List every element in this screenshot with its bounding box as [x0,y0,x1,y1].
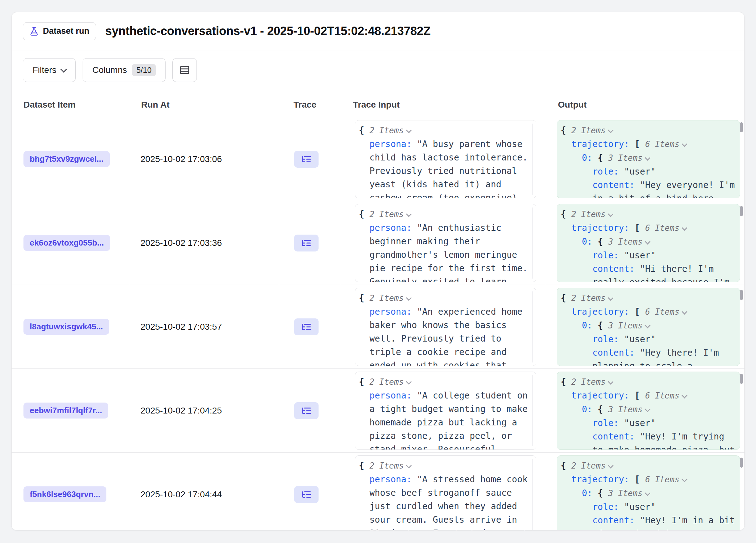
scrollbar-thumb[interactable] [740,206,743,216]
json-line: trajectory: [ 6 Items [561,221,736,235]
run-at-cell: 2025-10-02 17:04:25 [129,369,279,452]
json-line: persona: "An enthusiastic beginner makin… [359,221,532,282]
items-count-toggle[interactable]: 3 Items [608,237,643,247]
items-count-toggle[interactable]: 2 Items [370,126,404,135]
dataset-item-link[interactable]: bhg7t5xv9zgwcel... [23,151,110,167]
trace-button[interactable] [294,151,319,168]
json-line: 0: { 3 Items [561,151,736,165]
trace-input-cell: { 2 Items persona: "An enthusiastic begi… [341,201,546,284]
chevron-down-icon[interactable] [645,322,651,328]
trace-button[interactable] [294,318,319,335]
scrollbar-thumb[interactable] [740,290,743,300]
filters-button[interactable]: Filters [23,58,76,82]
json-key: trajectory: [571,306,629,317]
output-json-viewer[interactable]: { 2 Items trajectory: [ 6 Items 0: { 3 I… [557,455,740,530]
json-key: 0: [582,237,592,247]
chevron-down-icon[interactable] [608,463,614,468]
items-count-toggle[interactable]: 6 Items [645,223,680,233]
items-count-toggle[interactable]: 6 Items [645,475,680,484]
chevron-down-icon[interactable] [406,379,412,384]
chevron-down-icon[interactable] [608,295,614,300]
chevron-down-icon[interactable] [682,476,687,482]
scrollbar-thumb[interactable] [740,458,743,468]
json-line: 0: { 3 Items [561,319,736,332]
columns-button[interactable]: Columns 5/10 [83,58,166,82]
json-key: 0: [582,488,592,498]
chevron-down-icon[interactable] [406,463,412,468]
trace-button[interactable] [294,486,319,503]
json-key: role: [592,334,619,344]
trace-input-cell: { 2 Items persona: "A busy parent whose … [341,117,546,201]
chevron-down-icon[interactable] [608,379,614,384]
trace-input-json-viewer[interactable]: { 2 Items persona: "A college student on… [355,371,536,450]
chevron-down-icon[interactable] [682,309,687,314]
scrollbar-thumb[interactable] [740,122,743,132]
items-count-toggle[interactable]: 2 Items [370,461,404,470]
chevron-down-icon[interactable] [608,211,614,217]
items-count-toggle[interactable]: 3 Items [608,321,643,330]
json-line: 0: { 3 Items [561,235,736,249]
items-count-toggle[interactable]: 3 Items [608,489,643,498]
json-key: 0: [582,320,592,330]
open-bracket: [ [635,306,640,317]
dataset-item-cell: f5nk6lse963qrvn... [12,453,129,530]
chevron-down-icon[interactable] [645,155,651,161]
chevron-down-icon[interactable] [645,406,651,412]
json-line: { 2 Items [561,291,736,305]
json-line: content: "Hey there! I'm planning to sca… [561,346,736,366]
chevron-down-icon[interactable] [682,141,687,147]
chevron-down-icon[interactable] [645,239,651,244]
trace-input-json-viewer[interactable]: { 2 Items persona: "A stressed home cook… [355,455,536,530]
scrollbar-thumb[interactable] [740,374,743,384]
items-count-toggle[interactable]: 2 Items [571,126,606,135]
chevron-down-icon[interactable] [406,211,412,217]
output-json-viewer[interactable]: { 2 Items trajectory: [ 6 Items 0: { 3 I… [557,288,740,366]
dataset-item-link[interactable]: ek6oz6vtoxg055b... [23,235,110,251]
table-rows-icon [179,64,190,76]
chevron-down-icon[interactable] [682,392,687,398]
chevron-down-icon[interactable] [682,225,687,231]
dataset-item-link[interactable]: eebwi7mfil7lqlf7r... [23,402,108,418]
items-count-toggle[interactable]: 2 Items [571,461,606,470]
items-count-toggle[interactable]: 2 Items [571,210,606,219]
output-json-viewer[interactable]: { 2 Items trajectory: [ 6 Items 0: { 3 I… [557,204,740,282]
trace-button[interactable] [294,402,319,419]
chevron-down-icon[interactable] [406,127,412,133]
output-json-viewer[interactable]: { 2 Items trajectory: [ 6 Items 0: { 3 I… [557,120,740,198]
items-count-toggle[interactable]: 3 Items [608,153,643,163]
items-count-toggle[interactable]: 6 Items [645,391,680,400]
json-key: trajectory: [571,474,629,484]
output-json-viewer[interactable]: { 2 Items trajectory: [ 6 Items 0: { 3 I… [557,371,740,450]
items-count-toggle[interactable]: 3 Items [608,405,643,414]
chevron-down-icon[interactable] [608,127,614,133]
dataset-item-cell: bhg7t5xv9zgwcel... [12,117,129,201]
dataset-item-link[interactable]: f5nk6lse963qrvn... [23,486,106,502]
items-count-toggle[interactable]: 6 Items [645,307,680,316]
chevron-down-icon[interactable] [406,295,412,300]
items-count-toggle[interactable]: 2 Items [571,377,606,387]
items-count-toggle[interactable]: 6 Items [645,140,680,149]
items-count-toggle[interactable]: 2 Items [370,377,404,387]
items-count-toggle[interactable]: 2 Items [370,210,404,219]
json-line: role: "user" [561,416,736,430]
trace-input-json-viewer[interactable]: { 2 Items persona: "An enthusiastic begi… [355,204,536,282]
json-line: role: "user" [561,165,736,178]
items-count-toggle[interactable]: 2 Items [571,293,606,303]
trace-button[interactable] [294,235,319,252]
items-count-toggle[interactable]: 2 Items [370,293,404,303]
trace-input-json-viewer[interactable]: { 2 Items persona: "An experienced home … [355,288,536,366]
column-header-output: Output [546,100,744,110]
output-cell: { 2 Items trajectory: [ 6 Items 0: { 3 I… [546,117,744,201]
trace-input-json-viewer[interactable]: { 2 Items persona: "A busy parent whose … [355,120,536,198]
json-line: { 2 Items [561,124,736,137]
json-key: persona: [370,390,412,401]
chevron-down-icon[interactable] [645,490,651,496]
open-bracket: [ [635,139,640,149]
open-brace: { [561,209,566,219]
trace-cell [279,453,341,530]
toolbar: Filters Columns 5/10 [23,58,733,82]
json-key: role: [592,418,619,428]
dataset-item-link[interactable]: l8agtuwxisgwk45... [23,319,109,335]
row-height-button[interactable] [172,58,197,82]
json-key: persona: [370,474,412,484]
